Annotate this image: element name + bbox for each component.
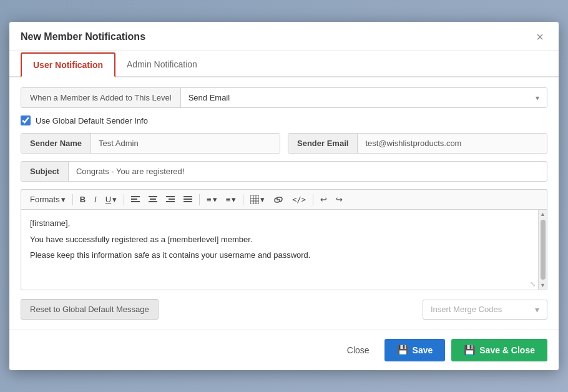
svg-rect-2	[131, 201, 140, 202]
modal-body: When a Member is Added to This Level Sen…	[9, 77, 559, 330]
formats-label: Formats	[30, 195, 60, 204]
merge-codes-placeholder: Insert Merge Codes	[431, 305, 502, 314]
trigger-row: When a Member is Added to This Level Sen…	[21, 87, 547, 108]
svg-rect-0	[131, 196, 140, 197]
scrollbar-down-icon[interactable]: ▼	[539, 281, 547, 290]
align-right-icon	[166, 196, 175, 203]
redo-button[interactable]: ↪	[332, 193, 346, 206]
editor-scrollbar[interactable]: ▲ ▼	[538, 210, 547, 290]
link-icon	[273, 197, 283, 203]
trigger-select-value: Send Email	[189, 93, 230, 102]
toolbar-separator-2	[124, 194, 124, 205]
sender-row: Sender Name Test Admin Sender Email test…	[21, 133, 547, 154]
tab-bar: User Notification Admin Notification	[9, 51, 559, 77]
undo-icon: ↩	[320, 195, 327, 204]
sender-name-label: Sender Name	[21, 134, 91, 153]
svg-rect-9	[169, 198, 175, 200]
table-arrow: ▾	[260, 195, 265, 204]
save-close-icon: 💾	[464, 345, 476, 356]
unordered-list-arrow: ▾	[232, 195, 236, 204]
sender-email-field: Sender Email test@wishlistproducts.com	[288, 133, 547, 154]
merge-codes-arrow-icon: ▾	[535, 305, 539, 315]
trigger-select-arrow-icon: ▾	[536, 94, 539, 102]
editor-toolbar: Formats ▾ B I U ▾	[21, 189, 547, 209]
redo-icon: ↪	[336, 195, 343, 204]
global-default-label: Use Global Default Sender Info	[36, 116, 148, 125]
svg-rect-6	[149, 201, 157, 202]
align-center-button[interactable]	[145, 194, 161, 205]
align-left-icon	[131, 196, 140, 203]
align-justify-button[interactable]	[180, 194, 196, 205]
svg-rect-5	[150, 198, 156, 200]
svg-rect-10	[166, 201, 175, 202]
global-default-checkbox-row: Use Global Default Sender Info	[21, 115, 547, 125]
code-button[interactable]: </>	[288, 194, 310, 206]
subject-label: Subject	[21, 162, 69, 181]
modal-close-button[interactable]: ×	[532, 29, 547, 44]
sender-email-value: test@wishlistproducts.com	[358, 134, 547, 153]
unordered-list-icon: ≡	[226, 195, 231, 204]
editor-resize-handle[interactable]: ⤡	[529, 279, 537, 290]
svg-rect-16	[250, 195, 259, 204]
editor-line-3: Please keep this information safe as it …	[30, 249, 531, 262]
toolbar-separator-1	[72, 194, 73, 205]
modal-bottom-bar: Close 💾 Save 💾 Save & Close	[9, 330, 559, 370]
svg-rect-8	[166, 196, 175, 197]
bold-button[interactable]: B	[76, 193, 89, 206]
close-button[interactable]: Close	[338, 340, 378, 360]
toolbar-separator-3	[199, 194, 200, 205]
align-left-button[interactable]	[127, 194, 144, 205]
underline-arrow-icon: ▾	[112, 195, 117, 204]
underline-label: U	[105, 195, 111, 204]
code-icon: </>	[292, 195, 306, 204]
editor-area[interactable]: [firstname], You have successfully regis…	[21, 209, 547, 290]
ordered-list-button[interactable]: ≡ ▾	[203, 193, 221, 206]
editor-line-1: [firstname],	[30, 217, 531, 230]
save-icon: 💾	[397, 345, 409, 356]
merge-codes-select[interactable]: Insert Merge Codes ▾	[423, 300, 547, 320]
modal-title: New Member Notifications	[21, 31, 145, 42]
tab-user-notification[interactable]: User Notification	[21, 52, 115, 77]
undo-button[interactable]: ↩	[316, 193, 331, 206]
svg-rect-1	[131, 198, 137, 200]
unordered-list-button[interactable]: ≡ ▾	[222, 193, 240, 206]
toolbar-separator-5	[313, 194, 313, 205]
scrollbar-thumb[interactable]	[541, 220, 546, 280]
ordered-list-icon: ≡	[207, 195, 212, 204]
footer-actions-row: Reset to Global Default Message Insert M…	[21, 299, 547, 320]
save-button[interactable]: 💾 Save	[384, 339, 446, 361]
svg-rect-14	[184, 201, 192, 202]
table-icon	[250, 195, 259, 204]
svg-rect-12	[184, 196, 192, 197]
save-label: Save	[413, 345, 433, 355]
toolbar-separator-4	[243, 194, 243, 205]
svg-rect-4	[149, 196, 157, 197]
subject-row: Subject Congrats - You are registered!	[21, 161, 547, 182]
scrollbar-up-icon[interactable]: ▲	[539, 210, 547, 218]
underline-button[interactable]: U ▾	[102, 193, 120, 206]
global-default-checkbox[interactable]	[21, 115, 31, 125]
modal-container: New Member Notifications × User Notifica…	[9, 22, 559, 370]
sender-name-field: Sender Name Test Admin	[21, 133, 280, 154]
trigger-label: When a Member is Added to This Level	[21, 88, 181, 107]
ordered-list-arrow: ▾	[213, 195, 217, 204]
save-and-close-button[interactable]: 💾 Save & Close	[451, 339, 547, 361]
align-justify-icon	[184, 196, 192, 203]
editor-line-2: You have successfully registered as a [m…	[30, 233, 531, 246]
formats-button[interactable]: Formats ▾	[26, 193, 69, 206]
modal-header: New Member Notifications ×	[9, 22, 559, 51]
align-right-button[interactable]	[162, 194, 179, 205]
tab-admin-notification[interactable]: Admin Notification	[115, 52, 208, 77]
align-center-icon	[149, 196, 157, 203]
link-button[interactable]	[270, 195, 287, 205]
subject-value[interactable]: Congrats - You are registered!	[69, 162, 547, 181]
save-close-label: Save & Close	[479, 345, 535, 355]
table-button[interactable]: ▾	[247, 193, 268, 206]
svg-rect-13	[184, 198, 192, 200]
reset-default-button[interactable]: Reset to Global Default Message	[21, 299, 159, 320]
sender-name-value: Test Admin	[91, 134, 280, 153]
formats-arrow-icon: ▾	[61, 195, 66, 204]
sender-email-label: Sender Email	[288, 134, 358, 153]
trigger-select[interactable]: Send Email ▾	[181, 88, 547, 107]
italic-button[interactable]: I	[91, 193, 100, 206]
